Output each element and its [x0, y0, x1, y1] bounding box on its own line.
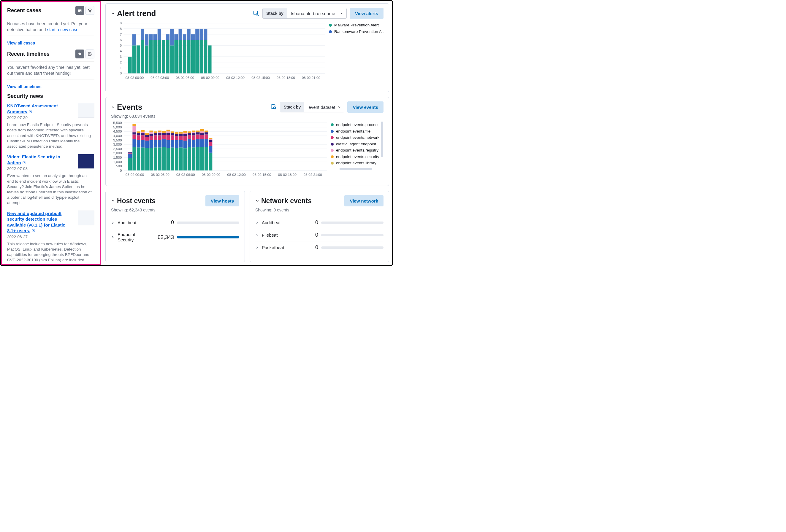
svg-rect-175 — [188, 133, 191, 135]
svg-rect-202 — [209, 140, 212, 142]
network-events-toggle[interactable]: Network events — [255, 197, 312, 205]
events-stackby[interactable]: Stack by event.dataset — [280, 102, 345, 113]
my-recently-reported-cases-icon[interactable] — [86, 6, 94, 15]
events-chart[interactable]: 05001,0001,5002,0002,5003,0003,5004,0004… — [111, 122, 328, 183]
svg-rect-203 — [209, 139, 212, 140]
chevron-down-icon — [340, 11, 343, 15]
view-all-timelines-link[interactable]: View all timelines — [7, 84, 42, 89]
chevron-right-icon[interactable] — [255, 233, 259, 237]
inspect-icon[interactable] — [253, 10, 259, 17]
favorites-icon[interactable] — [75, 50, 84, 58]
svg-rect-188 — [200, 147, 204, 170]
alert-trend-chart[interactable]: 012345678908-02 00:0008-02 03:0008-02 06… — [111, 22, 326, 89]
svg-rect-126 — [149, 134, 153, 136]
inspect-icon[interactable] — [271, 104, 277, 110]
svg-rect-173 — [188, 139, 191, 147]
view-alerts-button[interactable]: View alerts — [350, 8, 384, 19]
legend-item[interactable]: endpoint.events.network — [331, 135, 384, 140]
legend-item[interactable]: endpoint.events.registry — [331, 148, 384, 153]
legend-item[interactable]: endpoint.events.file — [331, 129, 384, 134]
main-content: Alert trend Stack by kibana.alert.rule.n… — [101, 3, 392, 265]
svg-text:3: 3 — [120, 55, 122, 58]
news-title-link[interactable]: New and updated prebuilt security detect… — [7, 211, 65, 233]
legend-dot — [331, 155, 333, 159]
svg-text:3,500: 3,500 — [113, 138, 122, 142]
svg-text:1,500: 1,500 — [113, 155, 122, 159]
legend-scrollbar[interactable] — [381, 122, 383, 157]
legend-item[interactable]: Ransomware Prevention Alert — [329, 29, 384, 34]
svg-rect-59 — [200, 29, 203, 40]
stackby-label: Stack by — [263, 8, 287, 18]
svg-rect-57 — [195, 29, 199, 40]
svg-rect-47 — [174, 34, 178, 40]
svg-rect-185 — [196, 134, 200, 139]
event-source-row: Filebeat 0 — [255, 228, 384, 241]
svg-rect-151 — [171, 147, 174, 170]
svg-rect-105 — [132, 126, 136, 132]
svg-rect-138 — [158, 132, 161, 133]
legend-h-scrollbar[interactable] — [340, 168, 372, 170]
svg-rect-51 — [183, 34, 186, 40]
svg-rect-124 — [149, 140, 153, 148]
news-title-link[interactable]: Video: Elastic Security in Action — [7, 154, 60, 165]
svg-rect-27 — [128, 57, 132, 73]
chevron-right-icon[interactable] — [111, 221, 115, 224]
chevron-down-icon — [111, 11, 115, 16]
svg-rect-183 — [196, 147, 200, 170]
recently-created-cases-icon[interactable]: i — [75, 6, 84, 15]
events-panel: Events Stack by event.dataset View event… — [106, 97, 389, 186]
view-all-cases-link[interactable]: View all cases — [7, 41, 35, 45]
network-events-showing: Showing: 0 events — [255, 208, 384, 212]
view-hosts-button[interactable]: View hosts — [205, 195, 239, 207]
legend-item[interactable]: endpoint.events.library — [331, 161, 384, 166]
chevron-right-icon[interactable] — [255, 221, 259, 224]
events-toggle[interactable]: Events — [111, 103, 142, 112]
svg-rect-127 — [149, 132, 153, 134]
svg-rect-141 — [162, 139, 166, 147]
view-events-button[interactable]: View events — [347, 101, 384, 113]
svg-rect-117 — [141, 130, 144, 132]
alert-trend-stackby[interactable]: Stack by kibana.alert.rule.name — [262, 8, 347, 19]
svg-rect-174 — [188, 135, 191, 139]
news-date: 2022-07-29 — [7, 115, 75, 120]
svg-rect-44 — [170, 45, 174, 73]
svg-text:3,000: 3,000 — [113, 142, 122, 146]
legend-item[interactable]: Malware Prevention Alert — [329, 23, 384, 28]
svg-rect-54 — [191, 40, 195, 73]
stackby-value[interactable]: event.dataset — [304, 102, 344, 112]
svg-text:2,000: 2,000 — [113, 151, 122, 155]
legend-item[interactable]: elastic_agent.endpoint — [331, 142, 384, 147]
event-source-bar — [321, 246, 384, 249]
svg-text:08-02 12:00: 08-02 12:00 — [226, 76, 245, 79]
svg-text:4,500: 4,500 — [113, 129, 122, 133]
news-title-link[interactable]: KNOTweed Assessment Summary — [7, 103, 58, 114]
svg-rect-204 — [209, 138, 212, 139]
svg-rect-195 — [205, 139, 208, 147]
host-events-toggle[interactable]: Host events — [111, 197, 156, 205]
legend-dot — [331, 136, 333, 139]
chevron-right-icon[interactable] — [111, 236, 115, 239]
svg-rect-160 — [175, 132, 178, 134]
svg-rect-114 — [141, 135, 144, 140]
svg-rect-149 — [166, 131, 170, 132]
svg-rect-34 — [145, 34, 148, 46]
stackby-value[interactable]: kibana.alert.rule.name — [287, 8, 346, 18]
legend-item[interactable]: endpoint.events.process — [331, 122, 384, 127]
last-updated-icon[interactable] — [86, 50, 94, 58]
recent-timelines-empty-text: You haven't favorited any timelines yet.… — [7, 65, 94, 76]
svg-rect-146 — [166, 140, 170, 148]
news-description: This release includes new rules for Wind… — [7, 241, 94, 263]
view-network-button[interactable]: View network — [344, 195, 384, 207]
svg-rect-97 — [128, 159, 132, 170]
svg-rect-52 — [187, 40, 190, 73]
alert-trend-toggle[interactable]: Alert trend — [111, 9, 156, 18]
start-new-case-link[interactable]: start a new case — [47, 27, 79, 32]
event-source-name: Packetbeat — [262, 245, 295, 250]
svg-rect-199 — [209, 153, 212, 170]
chevron-right-icon[interactable] — [255, 246, 259, 249]
svg-rect-50 — [183, 40, 186, 73]
alert-trend-panel: Alert trend Stack by kibana.alert.rule.n… — [106, 3, 389, 92]
events-legend: endpoint.events.processendpoint.events.f… — [331, 122, 384, 183]
legend-item[interactable]: endpoint.events.security — [331, 154, 384, 160]
svg-rect-168 — [183, 136, 187, 141]
